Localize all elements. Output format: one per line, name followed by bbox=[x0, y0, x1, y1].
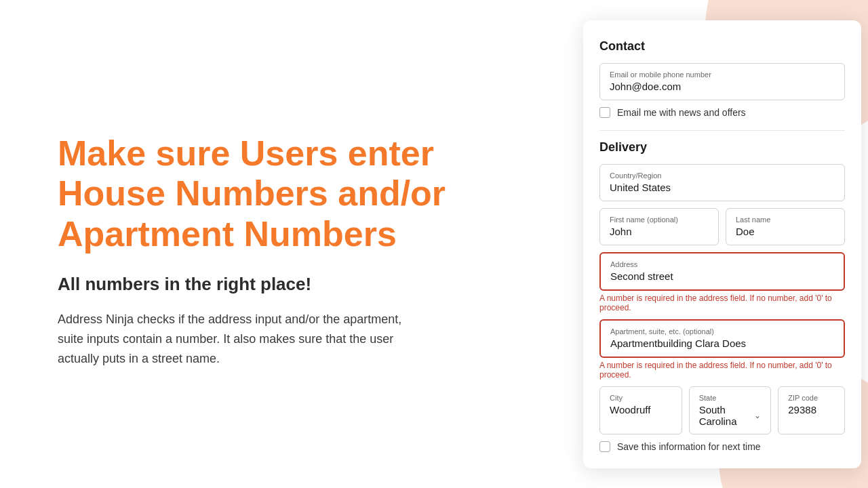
save-row[interactable]: Save this information for next time bbox=[599, 441, 845, 452]
chevron-down-icon: ⌄ bbox=[754, 411, 761, 420]
delivery-section: Delivery Country/Region United States Fi… bbox=[599, 140, 845, 452]
email-checkbox[interactable] bbox=[599, 107, 610, 118]
first-name-value: John bbox=[610, 226, 632, 237]
state-field[interactable]: State South Carolina ⌄ bbox=[689, 386, 772, 434]
zip-field[interactable]: ZIP code 29388 bbox=[778, 386, 845, 434]
state-label: State bbox=[699, 394, 762, 402]
email-checkbox-row[interactable]: Email me with news and offers bbox=[599, 107, 845, 118]
email-field[interactable]: Email or mobile phone number John@doe.co… bbox=[599, 63, 845, 100]
last-name-field[interactable]: Last name Doe bbox=[726, 208, 845, 245]
country-label: Country/Region bbox=[610, 171, 835, 180]
address-label: Address bbox=[610, 260, 834, 268]
main-heading: Make sure Users enter House Numbers and/… bbox=[58, 134, 536, 255]
contact-section-title: Contact bbox=[599, 39, 845, 54]
form-card: Contact Email or mobile phone number Joh… bbox=[583, 20, 861, 468]
city-label: City bbox=[610, 394, 672, 402]
email-value: John@doe.com bbox=[610, 81, 681, 92]
delivery-section-title: Delivery bbox=[599, 140, 845, 155]
apt-label: Apartment, suite, etc. (optional) bbox=[610, 327, 834, 336]
left-panel: Make sure Users enter House Numbers and/… bbox=[0, 0, 576, 488]
save-label: Save this information for next time bbox=[617, 441, 761, 452]
email-checkbox-label: Email me with news and offers bbox=[617, 107, 746, 118]
sub-heading: All numbers in the right place! bbox=[58, 274, 536, 295]
country-value: United States bbox=[610, 182, 671, 193]
city-field[interactable]: City Woodruff bbox=[599, 386, 682, 434]
description: Address Ninja checks if the address inpu… bbox=[58, 310, 410, 368]
save-checkbox[interactable] bbox=[599, 441, 610, 452]
right-panel: Contact Email or mobile phone number Joh… bbox=[576, 0, 868, 488]
email-label: Email or mobile phone number bbox=[610, 70, 835, 79]
apt-error-message: A number is required in the address fiel… bbox=[599, 361, 845, 380]
last-name-value: Doe bbox=[736, 226, 755, 237]
apt-value: Apartmentbuilding Clara Does bbox=[610, 338, 746, 349]
address-field[interactable]: Address Second street bbox=[599, 252, 845, 291]
last-name-label: Last name bbox=[736, 216, 835, 224]
state-value: South Carolina bbox=[699, 404, 755, 427]
name-row: First name (optional) John Last name Doe bbox=[599, 208, 845, 245]
location-row: City Woodruff State South Carolina ⌄ ZIP… bbox=[599, 386, 845, 434]
address-error-message: A number is required in the address fiel… bbox=[599, 293, 845, 312]
city-value: Woodruff bbox=[610, 404, 650, 415]
zip-value: 29388 bbox=[788, 404, 816, 415]
country-field[interactable]: Country/Region United States bbox=[599, 164, 845, 201]
first-name-label: First name (optional) bbox=[610, 216, 709, 224]
section-divider bbox=[599, 130, 845, 131]
apt-field[interactable]: Apartment, suite, etc. (optional) Apartm… bbox=[599, 319, 845, 358]
zip-label: ZIP code bbox=[788, 394, 835, 402]
address-value: Second street bbox=[610, 270, 673, 282]
first-name-field[interactable]: First name (optional) John bbox=[599, 208, 719, 245]
